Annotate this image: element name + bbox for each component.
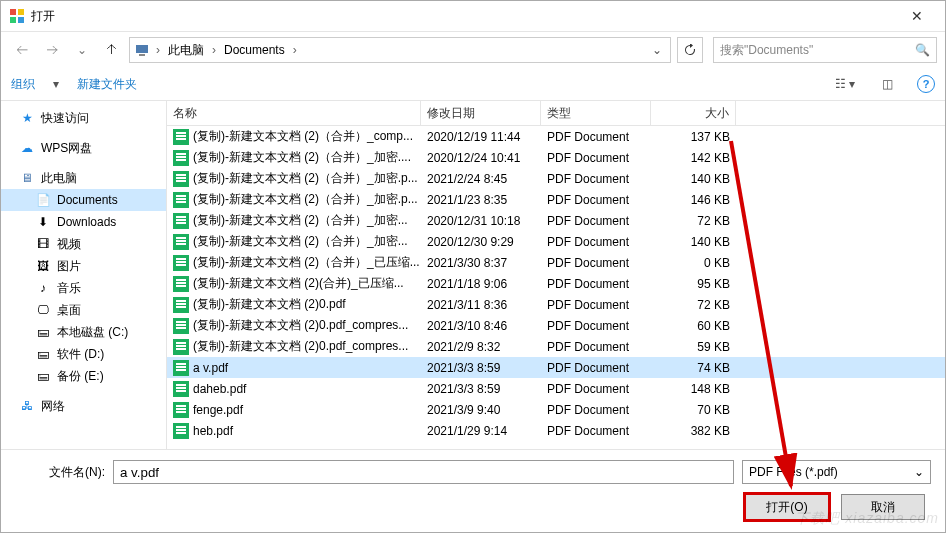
star-icon: ★ xyxy=(19,110,35,126)
cloud-icon: ☁ xyxy=(19,140,35,156)
forward-button: 🡢 xyxy=(39,37,65,63)
filetype-select[interactable]: PDF Files (*.pdf) ⌄ xyxy=(742,460,931,484)
titlebar: 打开 ✕ xyxy=(1,1,945,32)
pdf-icon xyxy=(173,402,189,418)
back-button[interactable]: 🡠 xyxy=(9,37,35,63)
folder-icon: ♪ xyxy=(35,280,51,296)
address-bar[interactable]: › 此电脑 › Documents › ⌄ xyxy=(129,37,671,63)
sidebar-item[interactable]: ♪音乐 xyxy=(1,277,166,299)
sidebar-item[interactable]: 🖴备份 (E:) xyxy=(1,365,166,387)
search-input[interactable]: 搜索"Documents" 🔍 xyxy=(713,37,937,63)
help-icon[interactable]: ? xyxy=(917,75,935,93)
table-row[interactable]: (复制)-新建文本文档 (2)(合并)_已压缩...2021/1/18 9:06… xyxy=(167,273,945,294)
col-type[interactable]: 类型 xyxy=(541,101,651,125)
table-row[interactable]: (复制)-新建文本文档 (2)0.pdf_compres...2021/3/10… xyxy=(167,315,945,336)
table-row[interactable]: (复制)-新建文本文档 (2)0.pdf2021/3/11 8:36PDF Do… xyxy=(167,294,945,315)
sidebar-wps[interactable]: ☁WPS网盘 xyxy=(1,137,166,159)
pdf-icon xyxy=(173,360,189,376)
table-row[interactable]: (复制)-新建文本文档 (2)（合并）_加密....2020/12/24 10:… xyxy=(167,147,945,168)
table-row[interactable]: a v.pdf2021/3/3 8:59PDF Document74 KB xyxy=(167,357,945,378)
pdf-icon xyxy=(173,255,189,271)
table-row[interactable]: (复制)-新建文本文档 (2)0.pdf_compres...2021/2/9 … xyxy=(167,336,945,357)
organize-menu[interactable]: 组织 xyxy=(11,76,35,93)
folder-icon: 📄 xyxy=(35,192,51,208)
pdf-icon xyxy=(173,192,189,208)
sidebar-quick-access[interactable]: ★快速访问 xyxy=(1,107,166,129)
search-placeholder: 搜索"Documents" xyxy=(720,42,813,59)
open-dialog: 打开 ✕ 🡠 🡢 ⌄ 🡡 › 此电脑 › Documents › ⌄ 搜索"Do… xyxy=(0,0,946,533)
table-row[interactable]: (复制)-新建文本文档 (2)（合并）_加密...2020/12/31 10:1… xyxy=(167,210,945,231)
svg-rect-4 xyxy=(136,45,148,53)
sidebar-item[interactable]: 🎞视频 xyxy=(1,233,166,255)
recent-dropdown[interactable]: ⌄ xyxy=(69,37,95,63)
pc-icon: 🖥 xyxy=(19,170,35,186)
folder-icon: ⬇ xyxy=(35,214,51,230)
breadcrumb-folder[interactable]: Documents xyxy=(222,42,287,58)
search-icon: 🔍 xyxy=(915,43,930,57)
pdf-icon xyxy=(173,297,189,313)
view-options-icon[interactable]: ☷ ▾ xyxy=(833,77,857,91)
svg-rect-3 xyxy=(18,17,24,23)
sidebar-item[interactable]: 🖵桌面 xyxy=(1,299,166,321)
pdf-icon xyxy=(173,423,189,439)
preview-pane-icon[interactable]: ◫ xyxy=(875,77,899,91)
folder-icon: 🖴 xyxy=(35,368,51,384)
close-icon[interactable]: ✕ xyxy=(897,8,937,24)
up-button[interactable]: 🡡 xyxy=(99,37,125,63)
chevron-right-icon: › xyxy=(293,43,297,57)
new-folder-button[interactable]: 新建文件夹 xyxy=(77,76,137,93)
app-icon xyxy=(9,8,25,24)
dialog-body: ★快速访问 ☁WPS网盘 🖥此电脑 📄Documents⬇Downloads🎞视… xyxy=(1,100,945,449)
pdf-icon xyxy=(173,129,189,145)
pdf-icon xyxy=(173,213,189,229)
refresh-button[interactable] xyxy=(677,37,703,63)
pdf-icon xyxy=(173,150,189,166)
address-dropdown-icon[interactable]: ⌄ xyxy=(648,43,666,57)
table-row[interactable]: daheb.pdf2021/3/3 8:59PDF Document148 KB xyxy=(167,378,945,399)
sidebar-item[interactable]: ⬇Downloads xyxy=(1,211,166,233)
folder-icon: 🖴 xyxy=(35,346,51,362)
pdf-icon xyxy=(173,339,189,355)
pdf-icon xyxy=(173,381,189,397)
sidebar: ★快速访问 ☁WPS网盘 🖥此电脑 📄Documents⬇Downloads🎞视… xyxy=(1,101,167,449)
network-icon: 🖧 xyxy=(19,398,35,414)
sidebar-this-pc[interactable]: 🖥此电脑 xyxy=(1,167,166,189)
filename-input[interactable] xyxy=(113,460,734,484)
svg-rect-2 xyxy=(10,17,16,23)
window-title: 打开 xyxy=(31,8,897,25)
folder-icon: 🖴 xyxy=(35,324,51,340)
chevron-right-icon: › xyxy=(212,43,216,57)
file-pane: 名称 修改日期 类型 大小 (复制)-新建文本文档 (2)（合并）_comp..… xyxy=(167,101,945,449)
watermark: 下载吧 xiazaiba.com xyxy=(795,510,939,528)
table-row[interactable]: (复制)-新建文本文档 (2)（合并）_加密...2020/12/30 9:29… xyxy=(167,231,945,252)
table-row[interactable]: (复制)-新建文本文档 (2)（合并）_comp...2020/12/19 11… xyxy=(167,126,945,147)
sidebar-item[interactable]: 🖴本地磁盘 (C:) xyxy=(1,321,166,343)
pdf-icon xyxy=(173,276,189,292)
table-row[interactable]: (复制)-新建文本文档 (2)（合并）_已压缩...2021/3/30 8:37… xyxy=(167,252,945,273)
svg-rect-1 xyxy=(18,9,24,15)
col-date[interactable]: 修改日期 xyxy=(421,101,541,125)
breadcrumb-root[interactable]: 此电脑 xyxy=(166,41,206,60)
pdf-icon xyxy=(173,171,189,187)
sidebar-item[interactable]: 📄Documents xyxy=(1,189,166,211)
pdf-icon xyxy=(173,318,189,334)
file-list[interactable]: (复制)-新建文本文档 (2)（合并）_comp...2020/12/19 11… xyxy=(167,126,945,449)
sidebar-item[interactable]: 🖼图片 xyxy=(1,255,166,277)
table-row[interactable]: (复制)-新建文本文档 (2)（合并）_加密.p...2021/2/24 8:4… xyxy=(167,168,945,189)
folder-icon: 🖵 xyxy=(35,302,51,318)
col-size[interactable]: 大小 xyxy=(651,101,736,125)
chevron-right-icon: › xyxy=(156,43,160,57)
toolbar: 组织 ▾ 新建文件夹 ☷ ▾ ◫ ? xyxy=(1,68,945,100)
folder-icon: 🎞 xyxy=(35,236,51,252)
svg-rect-5 xyxy=(139,54,145,56)
pc-icon xyxy=(134,42,150,58)
table-row[interactable]: heb.pdf2021/1/29 9:14PDF Document382 KB xyxy=(167,420,945,441)
table-row[interactable]: fenge.pdf2021/3/9 9:40PDF Document70 KB xyxy=(167,399,945,420)
table-row[interactable]: (复制)-新建文本文档 (2)（合并）_加密.p...2021/1/23 8:3… xyxy=(167,189,945,210)
sidebar-item[interactable]: 🖴软件 (D:) xyxy=(1,343,166,365)
filename-label: 文件名(N): xyxy=(15,464,105,481)
sidebar-network[interactable]: 🖧网络 xyxy=(1,395,166,417)
folder-icon: 🖼 xyxy=(35,258,51,274)
col-name[interactable]: 名称 xyxy=(167,101,421,125)
pdf-icon xyxy=(173,234,189,250)
